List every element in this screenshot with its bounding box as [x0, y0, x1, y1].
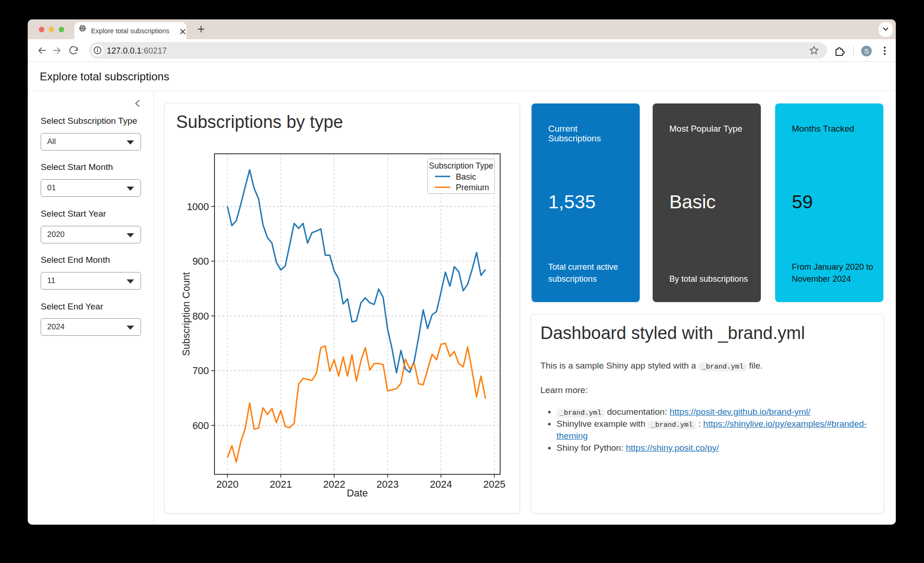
- svg-text:Subscription Count: Subscription Count: [181, 272, 192, 356]
- svg-text:Date: Date: [347, 488, 367, 499]
- svg-text:700: 700: [192, 365, 209, 376]
- svg-text:2025: 2025: [483, 479, 506, 490]
- svg-text:600: 600: [192, 420, 209, 431]
- svg-text:1000: 1000: [187, 201, 209, 212]
- svg-text:Premium: Premium: [456, 183, 489, 192]
- svg-text:2020: 2020: [216, 479, 239, 490]
- svg-text:2021: 2021: [270, 479, 292, 490]
- svg-text:Subscription Type: Subscription Type: [429, 161, 493, 170]
- svg-text:2023: 2023: [377, 479, 399, 490]
- svg-text:2024: 2024: [430, 479, 452, 490]
- svg-text:800: 800: [192, 311, 209, 322]
- svg-text:900: 900: [192, 256, 209, 267]
- svg-text:2022: 2022: [323, 479, 345, 490]
- svg-text:Basic: Basic: [456, 172, 476, 182]
